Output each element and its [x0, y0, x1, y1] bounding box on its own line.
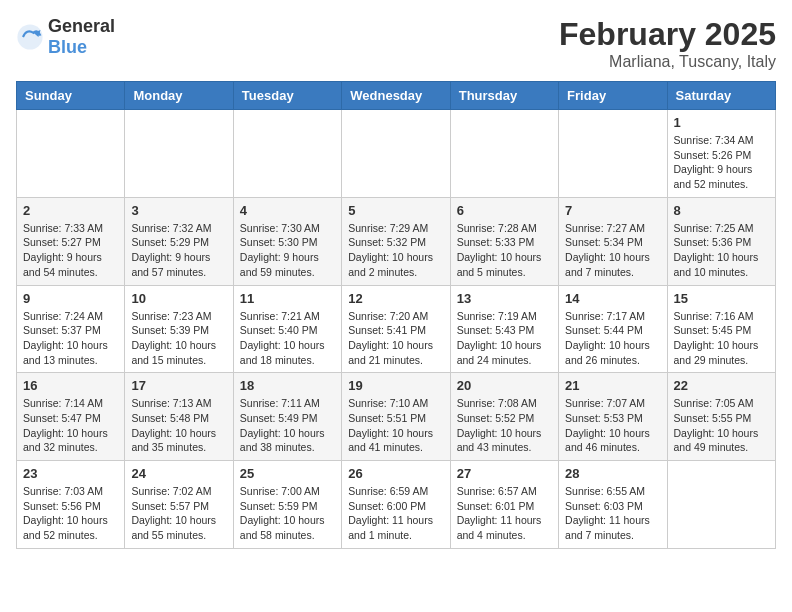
day-number: 16	[23, 378, 118, 393]
day-info: Sunrise: 7:23 AM Sunset: 5:39 PM Dayligh…	[131, 309, 226, 368]
day-cell: 12Sunrise: 7:20 AM Sunset: 5:41 PM Dayli…	[342, 285, 450, 373]
title-area: February 2025 Marliana, Tuscany, Italy	[559, 16, 776, 71]
day-cell: 6Sunrise: 7:28 AM Sunset: 5:33 PM Daylig…	[450, 197, 558, 285]
day-cell: 9Sunrise: 7:24 AM Sunset: 5:37 PM Daylig…	[17, 285, 125, 373]
week-row-4: 16Sunrise: 7:14 AM Sunset: 5:47 PM Dayli…	[17, 373, 776, 461]
day-cell: 25Sunrise: 7:00 AM Sunset: 5:59 PM Dayli…	[233, 461, 341, 549]
day-info: Sunrise: 7:20 AM Sunset: 5:41 PM Dayligh…	[348, 309, 443, 368]
day-info: Sunrise: 6:55 AM Sunset: 6:03 PM Dayligh…	[565, 484, 660, 543]
logo-icon	[16, 23, 44, 51]
day-cell: 14Sunrise: 7:17 AM Sunset: 5:44 PM Dayli…	[559, 285, 667, 373]
day-info: Sunrise: 7:34 AM Sunset: 5:26 PM Dayligh…	[674, 133, 769, 192]
day-number: 20	[457, 378, 552, 393]
day-info: Sunrise: 7:30 AM Sunset: 5:30 PM Dayligh…	[240, 221, 335, 280]
week-row-1: 1Sunrise: 7:34 AM Sunset: 5:26 PM Daylig…	[17, 110, 776, 198]
day-cell: 17Sunrise: 7:13 AM Sunset: 5:48 PM Dayli…	[125, 373, 233, 461]
day-cell: 3Sunrise: 7:32 AM Sunset: 5:29 PM Daylig…	[125, 197, 233, 285]
day-cell	[233, 110, 341, 198]
day-cell: 15Sunrise: 7:16 AM Sunset: 5:45 PM Dayli…	[667, 285, 775, 373]
day-cell	[450, 110, 558, 198]
weekday-header-sunday: Sunday	[17, 82, 125, 110]
day-info: Sunrise: 7:13 AM Sunset: 5:48 PM Dayligh…	[131, 396, 226, 455]
day-info: Sunrise: 7:32 AM Sunset: 5:29 PM Dayligh…	[131, 221, 226, 280]
day-number: 14	[565, 291, 660, 306]
day-number: 6	[457, 203, 552, 218]
day-cell: 23Sunrise: 7:03 AM Sunset: 5:56 PM Dayli…	[17, 461, 125, 549]
day-number: 1	[674, 115, 769, 130]
day-number: 12	[348, 291, 443, 306]
day-info: Sunrise: 6:59 AM Sunset: 6:00 PM Dayligh…	[348, 484, 443, 543]
day-number: 28	[565, 466, 660, 481]
day-cell	[342, 110, 450, 198]
day-cell: 18Sunrise: 7:11 AM Sunset: 5:49 PM Dayli…	[233, 373, 341, 461]
day-info: Sunrise: 7:24 AM Sunset: 5:37 PM Dayligh…	[23, 309, 118, 368]
day-info: Sunrise: 7:28 AM Sunset: 5:33 PM Dayligh…	[457, 221, 552, 280]
day-number: 2	[23, 203, 118, 218]
logo-blue: Blue	[48, 37, 87, 57]
day-info: Sunrise: 7:21 AM Sunset: 5:40 PM Dayligh…	[240, 309, 335, 368]
day-info: Sunrise: 7:16 AM Sunset: 5:45 PM Dayligh…	[674, 309, 769, 368]
day-info: Sunrise: 6:57 AM Sunset: 6:01 PM Dayligh…	[457, 484, 552, 543]
day-cell: 27Sunrise: 6:57 AM Sunset: 6:01 PM Dayli…	[450, 461, 558, 549]
week-row-3: 9Sunrise: 7:24 AM Sunset: 5:37 PM Daylig…	[17, 285, 776, 373]
day-cell: 8Sunrise: 7:25 AM Sunset: 5:36 PM Daylig…	[667, 197, 775, 285]
day-number: 18	[240, 378, 335, 393]
weekday-header-row: SundayMondayTuesdayWednesdayThursdayFrid…	[17, 82, 776, 110]
day-cell	[17, 110, 125, 198]
day-info: Sunrise: 7:00 AM Sunset: 5:59 PM Dayligh…	[240, 484, 335, 543]
day-number: 22	[674, 378, 769, 393]
day-info: Sunrise: 7:07 AM Sunset: 5:53 PM Dayligh…	[565, 396, 660, 455]
day-info: Sunrise: 7:14 AM Sunset: 5:47 PM Dayligh…	[23, 396, 118, 455]
day-cell: 28Sunrise: 6:55 AM Sunset: 6:03 PM Dayli…	[559, 461, 667, 549]
day-number: 3	[131, 203, 226, 218]
day-info: Sunrise: 7:02 AM Sunset: 5:57 PM Dayligh…	[131, 484, 226, 543]
day-number: 26	[348, 466, 443, 481]
month-title: February 2025	[559, 16, 776, 53]
day-number: 24	[131, 466, 226, 481]
day-cell: 20Sunrise: 7:08 AM Sunset: 5:52 PM Dayli…	[450, 373, 558, 461]
location-title: Marliana, Tuscany, Italy	[559, 53, 776, 71]
day-cell	[559, 110, 667, 198]
weekday-header-friday: Friday	[559, 82, 667, 110]
day-number: 11	[240, 291, 335, 306]
weekday-header-tuesday: Tuesday	[233, 82, 341, 110]
day-cell: 7Sunrise: 7:27 AM Sunset: 5:34 PM Daylig…	[559, 197, 667, 285]
calendar: SundayMondayTuesdayWednesdayThursdayFrid…	[16, 81, 776, 549]
day-number: 17	[131, 378, 226, 393]
weekday-header-saturday: Saturday	[667, 82, 775, 110]
day-cell: 5Sunrise: 7:29 AM Sunset: 5:32 PM Daylig…	[342, 197, 450, 285]
weekday-header-monday: Monday	[125, 82, 233, 110]
day-info: Sunrise: 7:11 AM Sunset: 5:49 PM Dayligh…	[240, 396, 335, 455]
logo-text: General Blue	[48, 16, 115, 58]
day-number: 15	[674, 291, 769, 306]
day-info: Sunrise: 7:29 AM Sunset: 5:32 PM Dayligh…	[348, 221, 443, 280]
week-row-5: 23Sunrise: 7:03 AM Sunset: 5:56 PM Dayli…	[17, 461, 776, 549]
day-cell: 19Sunrise: 7:10 AM Sunset: 5:51 PM Dayli…	[342, 373, 450, 461]
day-number: 8	[674, 203, 769, 218]
day-cell: 10Sunrise: 7:23 AM Sunset: 5:39 PM Dayli…	[125, 285, 233, 373]
day-number: 7	[565, 203, 660, 218]
day-cell: 21Sunrise: 7:07 AM Sunset: 5:53 PM Dayli…	[559, 373, 667, 461]
logo-general: General	[48, 16, 115, 36]
day-cell: 22Sunrise: 7:05 AM Sunset: 5:55 PM Dayli…	[667, 373, 775, 461]
day-number: 21	[565, 378, 660, 393]
day-number: 19	[348, 378, 443, 393]
day-info: Sunrise: 7:33 AM Sunset: 5:27 PM Dayligh…	[23, 221, 118, 280]
day-number: 13	[457, 291, 552, 306]
day-cell: 24Sunrise: 7:02 AM Sunset: 5:57 PM Dayli…	[125, 461, 233, 549]
day-info: Sunrise: 7:25 AM Sunset: 5:36 PM Dayligh…	[674, 221, 769, 280]
day-cell: 13Sunrise: 7:19 AM Sunset: 5:43 PM Dayli…	[450, 285, 558, 373]
day-info: Sunrise: 7:27 AM Sunset: 5:34 PM Dayligh…	[565, 221, 660, 280]
day-cell: 2Sunrise: 7:33 AM Sunset: 5:27 PM Daylig…	[17, 197, 125, 285]
logo: General Blue	[16, 16, 115, 58]
day-number: 25	[240, 466, 335, 481]
day-info: Sunrise: 7:03 AM Sunset: 5:56 PM Dayligh…	[23, 484, 118, 543]
day-number: 5	[348, 203, 443, 218]
weekday-header-wednesday: Wednesday	[342, 82, 450, 110]
day-number: 9	[23, 291, 118, 306]
day-cell: 26Sunrise: 6:59 AM Sunset: 6:00 PM Dayli…	[342, 461, 450, 549]
day-number: 27	[457, 466, 552, 481]
day-cell: 1Sunrise: 7:34 AM Sunset: 5:26 PM Daylig…	[667, 110, 775, 198]
day-info: Sunrise: 7:17 AM Sunset: 5:44 PM Dayligh…	[565, 309, 660, 368]
header: General Blue February 2025 Marliana, Tus…	[16, 16, 776, 71]
